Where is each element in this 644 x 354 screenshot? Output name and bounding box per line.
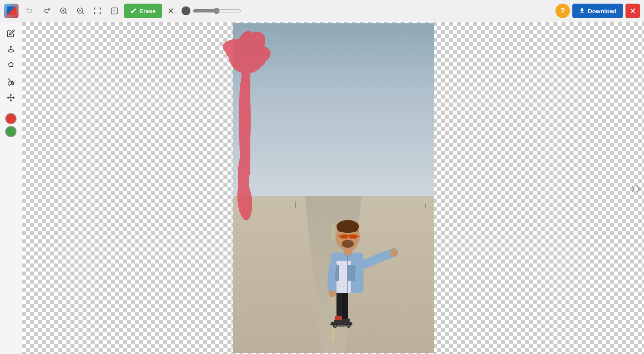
canvas-area: ❯❯ xyxy=(22,22,644,354)
erase-label: Erase xyxy=(139,8,156,14)
svg-line-1 xyxy=(65,12,67,14)
svg-rect-22 xyxy=(425,204,426,208)
photo-wrapper xyxy=(233,23,434,353)
svg-rect-32 xyxy=(334,319,343,323)
svg-point-28 xyxy=(334,325,336,327)
svg-rect-49 xyxy=(349,235,357,239)
svg-rect-41 xyxy=(394,249,397,255)
zoom-out-button[interactable] xyxy=(73,4,88,18)
help-icon: ? xyxy=(561,7,565,15)
svg-point-42 xyxy=(329,290,336,297)
svg-point-21 xyxy=(295,201,296,203)
fill-tool-button[interactable] xyxy=(4,74,18,89)
download-button[interactable]: Download xyxy=(572,4,623,18)
color-green-button[interactable] xyxy=(5,126,17,137)
cancel-button[interactable]: ✕ xyxy=(165,4,178,17)
download-label: Download xyxy=(588,8,617,14)
svg-point-29 xyxy=(347,325,350,327)
svg-line-5 xyxy=(82,12,84,14)
close-icon: ✕ xyxy=(630,6,636,16)
svg-rect-33 xyxy=(342,319,350,322)
brush-size-slider[interactable] xyxy=(193,8,241,14)
svg-rect-39 xyxy=(347,265,355,281)
erase-button[interactable]: Erase xyxy=(124,4,162,18)
svg-rect-48 xyxy=(341,235,348,239)
svg-rect-46 xyxy=(337,224,358,232)
svg-rect-16 xyxy=(332,224,334,241)
close-button[interactable]: ✕ xyxy=(625,4,640,18)
brush-slider-container xyxy=(182,6,241,15)
brush-dot xyxy=(182,6,190,15)
svg-rect-34 xyxy=(335,316,342,320)
svg-point-47 xyxy=(342,240,354,248)
toolbar: Erase ✕ ? Download ✕ xyxy=(0,0,644,22)
move-tool-button[interactable] xyxy=(4,91,18,105)
svg-point-9 xyxy=(10,46,12,47)
pencil-tool-button[interactable] xyxy=(4,26,18,41)
lasso-tool-button[interactable] xyxy=(4,42,18,57)
zoom-actual-button[interactable] xyxy=(107,4,122,18)
color-red-button[interactable] xyxy=(5,113,17,124)
help-button[interactable]: ? xyxy=(555,4,570,18)
photo-scene xyxy=(233,23,434,353)
svg-marker-10 xyxy=(8,62,13,67)
svg-rect-31 xyxy=(342,291,348,322)
app-logo xyxy=(4,4,19,18)
redo-button[interactable] xyxy=(39,4,54,18)
zoom-in-button[interactable] xyxy=(56,4,71,18)
sidebar xyxy=(0,22,22,354)
undo-button[interactable] xyxy=(23,4,37,18)
zoom-fit-button[interactable] xyxy=(90,4,105,18)
polygon-tool-button[interactable] xyxy=(4,58,18,73)
svg-rect-13 xyxy=(233,23,434,196)
expand-arrow[interactable]: ❯❯ xyxy=(630,184,641,192)
cancel-icon: ✕ xyxy=(167,6,174,16)
